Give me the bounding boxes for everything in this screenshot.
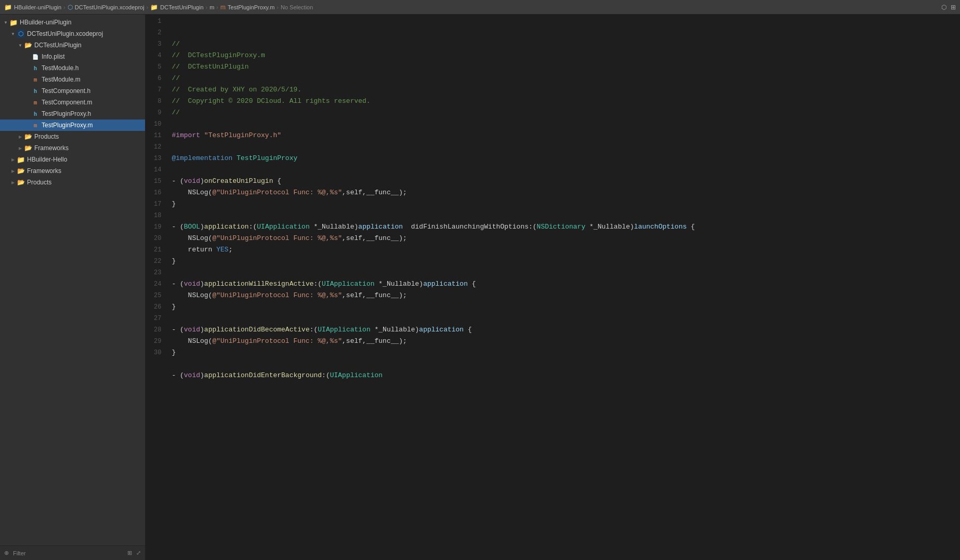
code-line: NSLog(@"UniPluginProtocol Func: %@,%s",s… <box>172 290 960 301</box>
line-number: 21 <box>154 244 161 256</box>
code-line: NSLog(@"UniPluginProtocol Func: %@,%s",s… <box>172 187 960 198</box>
line-number: 3 <box>154 38 161 50</box>
breadcrumb-file[interactable]: m TestPluginProxy.m <box>220 4 274 11</box>
grid-icon[interactable]: ⊞ <box>127 550 132 556</box>
code-token: *_Nullable) <box>375 280 424 288</box>
code-line: // DCTestPluginProxy.m <box>172 50 960 61</box>
sidebar: ▼ 📁 HBuilder-uniPlugin ▼ ⬡ DCTestUniPlug… <box>0 15 146 560</box>
tree-item-hbuilder-uniplugin[interactable]: ▼ 📁 HBuilder-uniPlugin <box>0 17 145 28</box>
line-number: 24 <box>154 278 161 290</box>
editor-area: 1234567891011121314151617181920212223242… <box>146 15 960 560</box>
code-token: // <box>172 74 180 82</box>
code-line: NSLog(@"UniPluginProtocol Func: %@,%s",s… <box>172 233 960 244</box>
file-tree: ▼ 📁 HBuilder-uniPlugin ▼ ⬡ DCTestUniPlug… <box>0 15 145 545</box>
line-number: 1 <box>154 16 161 27</box>
split-icon[interactable]: ⊞ <box>951 4 956 11</box>
tree-item-products-2[interactable]: ▶ 📂 Products <box>0 177 145 188</box>
tree-item-label: DCTestUniPlugin.xcodeproj <box>27 30 103 37</box>
line-number: 30 <box>154 347 161 358</box>
line-number: 20 <box>154 233 161 244</box>
tree-item-testmodule-m[interactable]: m TestModule.m <box>0 74 145 85</box>
code-token: didFinishLaunchingWithOptions:( <box>403 223 536 231</box>
tree-item-testmodule-h[interactable]: h TestModule.h <box>0 62 145 74</box>
group-icon: 📂 <box>24 133 32 140</box>
line-number: 18 <box>154 210 161 221</box>
code-token: { <box>687 223 695 231</box>
code-token: *_Nullable) <box>585 223 634 231</box>
line-number: 11 <box>154 130 161 141</box>
tree-item-testcomponent-m[interactable]: m TestComponent.m <box>0 97 145 108</box>
code-token: ,self,__func__); <box>342 291 407 299</box>
code-line: - (BOOL)application:(UIApplication *_Nul… <box>172 221 960 233</box>
tree-item-label: HBuilder-Hello <box>27 156 67 163</box>
code-line: // Created by XHY on 2020/5/19. <box>172 84 960 96</box>
code-token: void <box>184 177 200 185</box>
line-number: 19 <box>154 221 161 233</box>
folder-blue-icon: 📁 <box>17 156 25 163</box>
code-line: @implementation TestPluginProxy <box>172 153 960 164</box>
line-number: 7 <box>154 84 161 96</box>
code-token: } <box>172 200 176 208</box>
tree-item-info-plist[interactable]: 📄 Info.plist <box>0 51 145 62</box>
tree-item-dctestuniplugin[interactable]: ▼ 📂 DCTestUniPlugin <box>0 39 145 51</box>
code-token: } <box>172 349 176 356</box>
tree-item-frameworks-1[interactable]: ▶ 📂 Frameworks <box>0 142 145 154</box>
tree-item-frameworks-2[interactable]: ▶ 📂 Frameworks <box>0 165 145 177</box>
tree-item-hbuilder-hello[interactable]: ▶ 📁 HBuilder-Hello <box>0 154 145 165</box>
code-token: ,self,__func__); <box>342 337 407 345</box>
tree-item-testpluginproxy-h[interactable]: h TestPluginProxy.h <box>0 108 145 119</box>
code-token: - ( <box>172 280 183 288</box>
code-token: TestPluginProxy <box>236 154 297 162</box>
tree-item-testpluginproxy-m[interactable]: m TestPluginProxy.m <box>0 119 145 131</box>
arrow-icon: ▼ <box>2 20 9 25</box>
tree-item-label: TestComponent.h <box>42 87 90 95</box>
line-number: 14 <box>154 164 161 176</box>
line-number: 29 <box>154 336 161 347</box>
sidebar-expand-icon[interactable]: ⤢ <box>136 550 141 556</box>
code-token: void <box>184 280 200 288</box>
breadcrumb-m[interactable]: m <box>209 4 214 10</box>
group-icon: 📂 <box>17 167 25 175</box>
tree-item-dctestuniplugin-xcodeproj[interactable]: ▼ ⬡ DCTestUniPlugin.xcodeproj <box>0 28 145 39</box>
title-bar: 📁 HBuilder-uniPlugin › ⬡ DCTestUniPlugin… <box>0 0 960 15</box>
code-line <box>172 141 960 153</box>
arrow-icon: ▶ <box>17 146 24 151</box>
expand-icon[interactable]: ⬡ <box>941 4 946 11</box>
code-token: return <box>172 246 216 254</box>
code-token: void <box>184 326 200 334</box>
tree-item-label: Products <box>34 133 59 140</box>
line-number: 26 <box>154 301 161 313</box>
code-token: // Copyright © 2020 DCloud. All rights r… <box>172 97 370 105</box>
code-token: YES <box>216 246 228 254</box>
code-line <box>172 210 960 221</box>
code-line: return YES; <box>172 244 960 256</box>
code-line: - (void)applicationDidEnterBackground:(U… <box>172 370 960 381</box>
code-token: :( <box>313 280 322 288</box>
code-line: #import "TestPluginProxy.h" <box>172 130 960 141</box>
code-token: ) <box>200 326 204 334</box>
line-number: 13 <box>154 153 161 164</box>
breadcrumb-hbuilder[interactable]: 📁 HBuilder-uniPlugin <box>4 4 61 11</box>
code-content: //// DCTestPluginProxy.m// DCTestUniPlug… <box>167 15 960 560</box>
code-token: NSLog( <box>172 234 212 242</box>
code-token: ) <box>200 177 204 185</box>
tree-item-products-1[interactable]: ▶ 📂 Products <box>0 131 145 142</box>
breadcrumb-folder[interactable]: 📁 DCTestUniPlugin <box>150 4 203 11</box>
file-h-icon: h <box>31 64 40 72</box>
code-token: { <box>273 177 281 185</box>
arrow-icon: ▶ <box>9 180 17 185</box>
code-line: - (void)applicationDidBecomeActive:(UIAp… <box>172 324 960 336</box>
breadcrumb-xcodeproj[interactable]: ⬡ DCTestUniPlugin.xcodeproj <box>68 4 144 11</box>
line-number: 12 <box>154 141 161 153</box>
code-token: @"UniPluginProtocol Func: %@,%s" <box>212 234 342 242</box>
xcodeproj-icon: ⬡ <box>68 4 73 11</box>
code-line: } <box>172 301 960 313</box>
folder-blue-icon: 📁 <box>9 19 18 26</box>
code-container[interactable]: 1234567891011121314151617181920212223242… <box>146 15 960 560</box>
code-line: // DCTestUniPlugin <box>172 61 960 73</box>
filter-input[interactable] <box>30 550 123 556</box>
tree-item-testcomponent-h[interactable]: h TestComponent.h <box>0 85 145 97</box>
code-token: application <box>204 223 249 231</box>
code-token: { <box>464 326 472 334</box>
breadcrumb: 📁 HBuilder-uniPlugin › ⬡ DCTestUniPlugin… <box>4 4 313 11</box>
